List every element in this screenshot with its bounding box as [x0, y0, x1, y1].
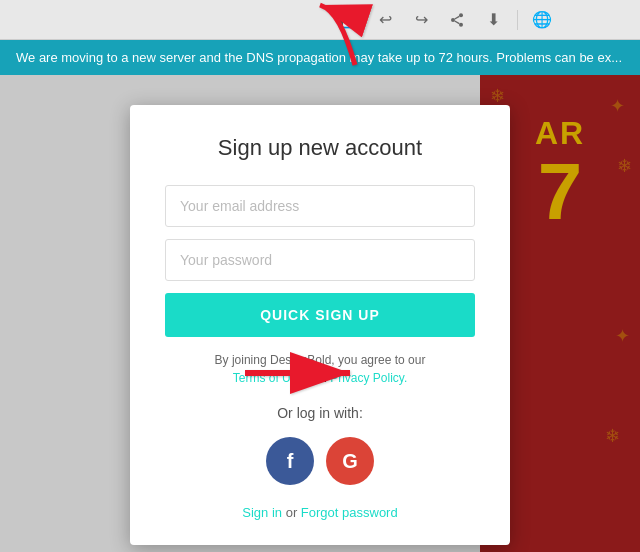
signup-modal: Sign up new account QUICK SIGN UP By joi… — [130, 105, 510, 545]
toolbar-divider — [517, 10, 518, 30]
snowflake-8: ❄ — [605, 425, 620, 447]
quick-signup-button[interactable]: QUICK SIGN UP — [165, 293, 475, 337]
svg-line-5 — [455, 16, 460, 19]
svg-point-1 — [459, 13, 463, 17]
or-login-text: Or log in with: — [165, 405, 475, 421]
snowflake-2: ✦ — [610, 95, 625, 117]
red-panel-7-text: 7 — [538, 152, 583, 232]
facebook-icon: f — [287, 450, 294, 473]
facebook-login-button[interactable]: f — [266, 437, 314, 485]
modal-title: Sign up new account — [165, 135, 475, 161]
forgot-password-link[interactable]: Forgot password — [301, 505, 398, 520]
password-input[interactable] — [165, 239, 475, 281]
red-arrow-top — [300, 0, 380, 74]
sign-in-link[interactable]: Sign in — [242, 505, 282, 520]
download-icon[interactable]: ⬇ — [481, 8, 505, 32]
snowflake-1: ❄ — [490, 85, 505, 107]
bottom-links: Sign in or Forgot password — [165, 505, 475, 520]
forward-icon[interactable]: ↪ — [409, 8, 433, 32]
browser-toolbar: 💾 ↩ ↪ ⬇ 🌐 — [0, 0, 640, 40]
share-icon[interactable] — [445, 8, 469, 32]
email-input[interactable] — [165, 185, 475, 227]
google-login-button[interactable]: G — [326, 437, 374, 485]
page-background: ❄ ✦ ✦ ❄ AR 7 ❄ ✦ ✦ ❄ Sign up new account… — [0, 75, 640, 552]
google-icon: G — [342, 450, 358, 473]
or-separator: or — [286, 505, 301, 520]
svg-point-3 — [459, 22, 463, 26]
globe-icon[interactable]: 🌐 — [530, 8, 554, 32]
red-arrow-right — [240, 343, 370, 407]
social-buttons-container: f G — [165, 437, 475, 485]
snowflake-6: ✦ — [615, 325, 630, 347]
svg-point-2 — [451, 18, 455, 22]
snowflake-4: ❄ — [617, 155, 632, 177]
svg-line-4 — [455, 21, 460, 24]
